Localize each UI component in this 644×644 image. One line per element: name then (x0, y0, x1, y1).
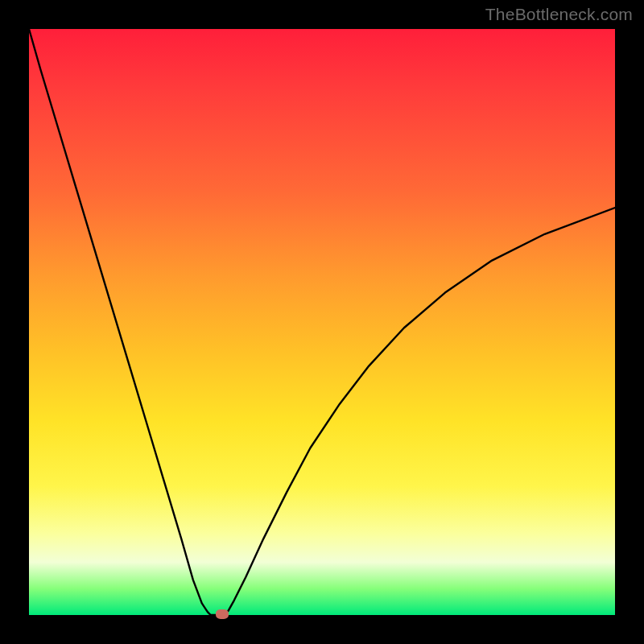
plot-area (29, 29, 615, 615)
optimal-point-marker (216, 609, 229, 619)
bottleneck-curve (29, 29, 615, 615)
bottleneck-curve-svg (29, 29, 615, 615)
chart-frame: TheBottleneck.com (0, 0, 644, 644)
watermark-text: TheBottleneck.com (485, 5, 633, 24)
